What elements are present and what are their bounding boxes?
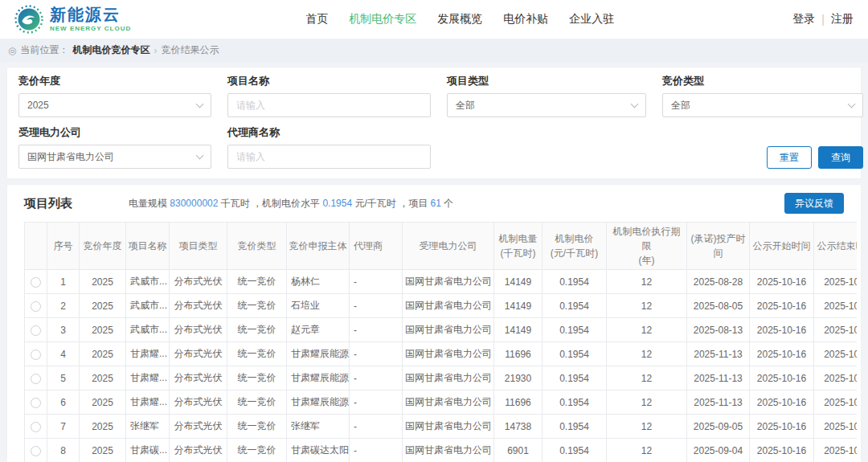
brand-logo[interactable]: 新能源云 NEW ENERGY CLOUD bbox=[14, 5, 175, 34]
cell-no: 1 bbox=[47, 270, 80, 294]
project-type-label: 项目类型 bbox=[447, 74, 646, 88]
table-row[interactable]: 6 2025 甘肃耀... 分布式光伏 统一竞价 甘肃耀辰能源... - 国网甘… bbox=[25, 390, 858, 415]
table-body: 1 2025 武威市... 分布式光伏 统一竞价 杨林仁 - 国网甘肃省电力公司… bbox=[25, 270, 858, 462]
cell-bid-year: 2025 bbox=[80, 294, 126, 318]
summary-text: 电量规模 bbox=[129, 198, 170, 209]
row-radio[interactable] bbox=[31, 350, 41, 360]
cell-production-date: 2025-11-13 bbox=[687, 342, 750, 366]
cell-applicant: 张继军 bbox=[287, 415, 350, 439]
summary-text: 个 bbox=[441, 198, 453, 209]
breadcrumb-section[interactable]: 机制电价竞价专区 bbox=[72, 43, 149, 57]
nav-item-home[interactable]: 首页 bbox=[305, 12, 328, 27]
cell-term: 12 bbox=[607, 390, 687, 415]
cell-company: 国网甘肃省电力公司 bbox=[403, 439, 494, 462]
header-production-date: (承诺)投产时间 bbox=[687, 223, 750, 270]
cell-publicity-end: 2025-10-2 bbox=[814, 342, 858, 366]
cell-production-date: 2025-08-13 bbox=[687, 318, 750, 342]
cell-agent: - bbox=[350, 342, 403, 366]
cell-production-date: 2025-11-13 bbox=[687, 390, 750, 415]
login-link[interactable]: 登录 bbox=[792, 12, 815, 27]
row-radio[interactable] bbox=[31, 398, 41, 408]
cell-bid-type: 统一竞价 bbox=[227, 342, 287, 366]
cell-price: 0.1954 bbox=[542, 415, 607, 439]
cell-publicity-end: 2025-10-2 bbox=[814, 415, 858, 439]
table-row[interactable]: 1 2025 武威市... 分布式光伏 统一竞价 杨林仁 - 国网甘肃省电力公司… bbox=[25, 270, 858, 294]
row-radio[interactable] bbox=[31, 325, 41, 336]
summary-price-value: 0.1954 bbox=[322, 198, 352, 209]
table-row[interactable]: 4 2025 甘肃耀... 分布式光伏 统一竞价 甘肃耀辰能源... - 国网甘… bbox=[25, 342, 858, 366]
cell-project-name: 甘肃耀... bbox=[126, 366, 170, 390]
cell-publicity-end: 2025-10-2 bbox=[814, 439, 858, 462]
table-row[interactable]: 7 2025 张继军 分布式光伏 统一竞价 张继军 - 国网甘肃省电力公司 14… bbox=[25, 415, 858, 439]
project-name-input[interactable] bbox=[227, 93, 431, 117]
table-row[interactable]: 8 2025 甘肃碳... 分布式光伏 统一竞价 甘肃碳达太阳... - 国网甘… bbox=[25, 439, 858, 462]
cell-select bbox=[25, 439, 47, 462]
cell-select bbox=[25, 366, 47, 390]
cell-select bbox=[25, 294, 47, 318]
project-table-wrap: 序号 竞价年度 项目名称 项目类型 竞价类型 竞价申报主体 代理商 受理电力公司… bbox=[24, 222, 857, 462]
cell-project-type: 分布式光伏 bbox=[170, 390, 227, 415]
nav-item-overview[interactable]: 发展概览 bbox=[437, 12, 482, 27]
cell-energy: 21930 bbox=[494, 366, 542, 390]
cell-price: 0.1954 bbox=[542, 294, 607, 318]
cell-company: 国网甘肃省电力公司 bbox=[403, 390, 494, 415]
reset-button[interactable]: 重置 bbox=[767, 146, 812, 169]
cell-bid-type: 统一竞价 bbox=[227, 294, 287, 318]
project-type-select[interactable]: 全部 bbox=[447, 93, 646, 117]
cell-project-type: 分布式光伏 bbox=[170, 342, 227, 366]
table-row[interactable]: 2 2025 武威市... 分布式光伏 统一竞价 石培业 - 国网甘肃省电力公司… bbox=[25, 294, 858, 318]
power-company-select[interactable]: 国网甘肃省电力公司 bbox=[18, 145, 211, 169]
nav-item-mechanism-price[interactable]: 机制电价专区 bbox=[349, 12, 416, 27]
cell-energy: 14149 bbox=[494, 318, 542, 342]
cell-no: 2 bbox=[47, 294, 80, 318]
chevron-down-icon bbox=[196, 100, 204, 108]
cell-select bbox=[25, 342, 47, 366]
cell-applicant: 甘肃耀辰能源... bbox=[287, 342, 350, 366]
cell-agent: - bbox=[350, 318, 403, 342]
cell-publicity-end: 2025-10-2 bbox=[814, 270, 858, 294]
cell-term: 12 bbox=[607, 366, 687, 390]
cell-bid-year: 2025 bbox=[80, 342, 126, 366]
header-project-name: 项目名称 bbox=[126, 223, 170, 270]
cloud-logo-icon bbox=[14, 5, 43, 34]
cell-project-name: 甘肃耀... bbox=[126, 390, 170, 415]
cell-company: 国网甘肃省电力公司 bbox=[403, 342, 494, 366]
table-row[interactable]: 3 2025 武威市... 分布式光伏 统一竞价 赵元章 - 国网甘肃省电力公司… bbox=[25, 318, 858, 342]
row-radio[interactable] bbox=[31, 422, 41, 432]
cell-production-date: 2025-08-28 bbox=[687, 270, 750, 294]
register-link[interactable]: 注册 bbox=[831, 12, 854, 27]
field-project-name: 项目名称 bbox=[227, 74, 431, 117]
objection-feedback-button[interactable]: 异议反馈 bbox=[784, 193, 844, 214]
row-radio[interactable] bbox=[31, 277, 41, 288]
chevron-down-icon bbox=[631, 100, 639, 108]
cell-select bbox=[25, 270, 47, 294]
cell-agent: - bbox=[350, 294, 403, 318]
agent-name-input[interactable] bbox=[227, 145, 431, 169]
cell-energy: 14149 bbox=[494, 294, 542, 318]
row-radio[interactable] bbox=[31, 374, 41, 384]
cell-bid-type: 统一竞价 bbox=[227, 270, 287, 294]
cell-agent: - bbox=[350, 439, 403, 462]
summary-scale-value: 830000002 bbox=[170, 198, 218, 209]
cell-bid-year: 2025 bbox=[80, 390, 126, 415]
cell-project-type: 分布式光伏 bbox=[170, 366, 227, 390]
cell-agent: - bbox=[350, 270, 403, 294]
cell-project-name: 张继军 bbox=[126, 415, 170, 439]
nav-item-subsidy[interactable]: 电价补贴 bbox=[503, 12, 548, 27]
nav-item-enterprise[interactable]: 企业入驻 bbox=[569, 12, 614, 27]
table-row[interactable]: 5 2025 甘肃耀... 分布式光伏 统一竞价 甘肃耀辰能源... - 国网甘… bbox=[25, 366, 858, 390]
bid-type-select[interactable]: 全部 bbox=[662, 93, 863, 117]
cell-select bbox=[25, 390, 47, 415]
cell-price: 0.1954 bbox=[542, 366, 607, 390]
bid-year-select[interactable]: 2025 bbox=[18, 93, 211, 117]
row-radio[interactable] bbox=[31, 446, 41, 456]
top-bar: 新能源云 NEW ENERGY CLOUD 首页 机制电价专区 发展概览 电价补… bbox=[0, 0, 868, 39]
breadcrumb-label: 当前位置： bbox=[20, 43, 68, 57]
query-button[interactable]: 查询 bbox=[818, 146, 863, 169]
cell-bid-year: 2025 bbox=[80, 318, 126, 342]
row-radio[interactable] bbox=[31, 301, 41, 312]
cell-applicant: 杨林仁 bbox=[287, 270, 350, 294]
field-power-company: 受理电力公司 国网甘肃省电力公司 bbox=[18, 125, 211, 169]
breadcrumb-separator-icon: › bbox=[154, 45, 157, 56]
bid-type-value: 全部 bbox=[671, 99, 690, 112]
